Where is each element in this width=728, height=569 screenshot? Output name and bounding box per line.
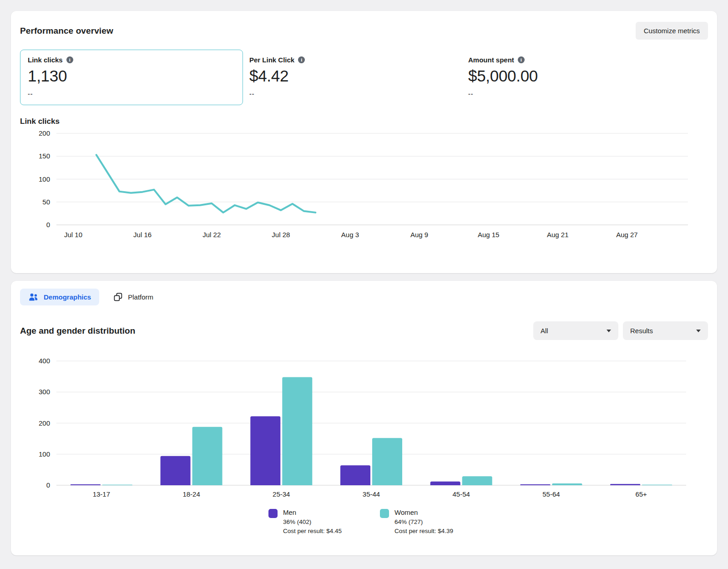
legend-share: 64% (727) xyxy=(394,518,453,525)
legend-cost: Cost per result: $4.45 xyxy=(283,528,342,534)
svg-text:Aug 9: Aug 9 xyxy=(410,231,428,239)
svg-text:Jul 10: Jul 10 xyxy=(64,231,82,239)
section-header: Age and gender distribution All Results xyxy=(20,321,708,340)
svg-text:25-34: 25-34 xyxy=(273,490,290,498)
svg-text:Aug 3: Aug 3 xyxy=(341,231,359,239)
legend-cost: Cost per result: $4.39 xyxy=(394,528,453,534)
metric-card-amount-spent[interactable]: Amount spent i $5,000.00 -- xyxy=(468,50,538,97)
svg-text:35-44: 35-44 xyxy=(363,490,380,498)
svg-text:65+: 65+ xyxy=(635,490,647,498)
metric-value: 1,130 xyxy=(28,67,235,85)
tab-label: Demographics xyxy=(44,293,91,301)
dropdown-value: All xyxy=(541,327,548,335)
breakdown-card: Demographics Platform Age and gender dis… xyxy=(11,281,717,555)
legend-item-men: Men 36% (402) Cost per result: $4.45 xyxy=(268,508,348,534)
metrics-row: Link clicks i 1,130 -- Per Link Click i … xyxy=(20,50,708,105)
svg-text:45-54: 45-54 xyxy=(453,490,470,498)
legend-name: Men xyxy=(283,508,342,516)
metric-value: $4.42 xyxy=(249,67,468,85)
svg-text:150: 150 xyxy=(39,152,50,160)
info-icon[interactable]: i xyxy=(298,56,305,63)
svg-text:300: 300 xyxy=(39,388,50,396)
metric-delta: -- xyxy=(28,90,235,97)
svg-text:Jul 16: Jul 16 xyxy=(133,231,152,239)
tab-label: Platform xyxy=(128,293,153,301)
svg-text:100: 100 xyxy=(39,450,50,458)
performance-title: Performance overview xyxy=(20,26,113,36)
metric-card-link-clicks[interactable]: Link clicks i 1,130 -- xyxy=(20,50,243,105)
metric-card-per-link-click[interactable]: Per Link Click i $4.42 -- xyxy=(249,50,468,97)
breakdown-tabs: Demographics Platform xyxy=(20,288,708,306)
chart-legend: Men 36% (402) Cost per result: $4.45 Wom… xyxy=(20,508,708,534)
svg-text:200: 200 xyxy=(39,419,50,427)
customize-metrics-button[interactable]: Customize metrics xyxy=(636,22,708,40)
dropdown-value: Results xyxy=(630,327,653,335)
svg-text:18-24: 18-24 xyxy=(182,490,200,498)
info-icon[interactable]: i xyxy=(66,56,73,63)
legend-swatch xyxy=(380,509,389,518)
metric-label: Link clicks xyxy=(28,56,63,64)
chevron-down-icon xyxy=(696,330,701,332)
svg-text:Jul 28: Jul 28 xyxy=(272,231,290,239)
svg-text:Jul 22: Jul 22 xyxy=(202,231,221,239)
people-icon xyxy=(28,293,38,301)
svg-text:Aug 27: Aug 27 xyxy=(616,231,638,239)
svg-text:400: 400 xyxy=(39,357,50,365)
svg-text:Aug 21: Aug 21 xyxy=(547,231,569,239)
age-gender-bar-chart: 010020030040013-1718-2425-3435-4445-5455… xyxy=(20,353,704,501)
chevron-down-icon xyxy=(607,330,611,332)
svg-text:100: 100 xyxy=(39,175,50,183)
svg-text:13-17: 13-17 xyxy=(93,490,110,498)
metric-label: Amount spent xyxy=(468,56,514,64)
legend-share: 36% (402) xyxy=(283,518,342,525)
metric-delta: -- xyxy=(249,90,468,97)
svg-text:50: 50 xyxy=(42,198,50,206)
filters: All Results xyxy=(533,321,708,340)
performance-overview-card: Performance overview Customize metrics L… xyxy=(11,11,717,273)
svg-text:0: 0 xyxy=(46,481,50,489)
legend-item-women: Women 64% (727) Cost per result: $4.39 xyxy=(380,508,460,534)
info-icon[interactable]: i xyxy=(518,56,525,63)
overlapping-squares-icon xyxy=(114,293,122,301)
metric-label: Per Link Click xyxy=(249,56,294,64)
svg-text:0: 0 xyxy=(46,221,50,229)
legend-name: Women xyxy=(394,508,453,516)
line-chart-title: Link clicks xyxy=(20,117,708,126)
tab-demographics[interactable]: Demographics xyxy=(20,289,99,305)
age-gender-title: Age and gender distribution xyxy=(20,326,135,336)
svg-text:55-64: 55-64 xyxy=(542,490,560,498)
svg-text:Aug 15: Aug 15 xyxy=(478,231,500,239)
metric-value: $5,000.00 xyxy=(468,67,538,85)
svg-text:200: 200 xyxy=(39,129,50,137)
filter-dropdown-all[interactable]: All xyxy=(533,321,618,340)
performance-header: Performance overview Customize metrics xyxy=(20,22,708,40)
filter-dropdown-results[interactable]: Results xyxy=(623,321,708,340)
legend-swatch xyxy=(268,509,278,518)
tab-platform[interactable]: Platform xyxy=(106,288,162,306)
metric-delta: -- xyxy=(468,90,538,97)
link-clicks-line-chart: 050100150200Jul 10Jul 16Jul 22Jul 28Aug … xyxy=(20,129,704,244)
